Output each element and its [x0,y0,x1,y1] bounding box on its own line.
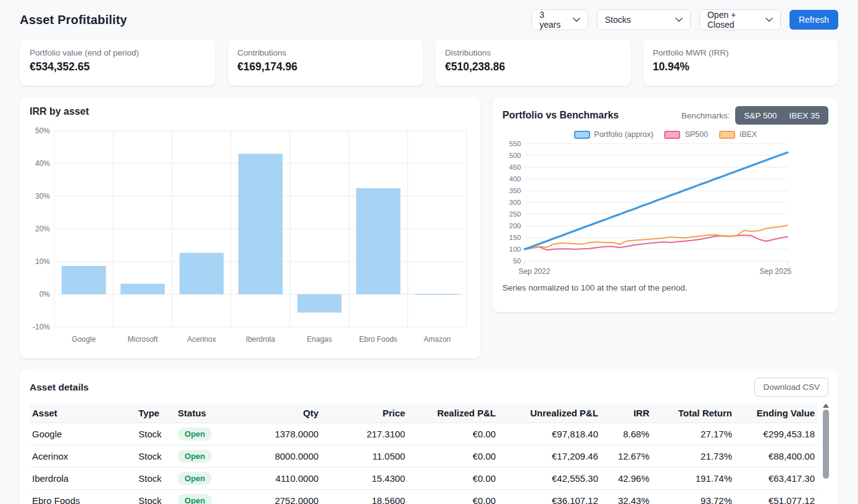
svg-text:Iberdrola: Iberdrola [246,335,275,344]
table-cell: 93.72% [652,490,735,504]
download-csv-button[interactable]: Download CSV [754,378,828,397]
bar-google [62,266,106,294]
svg-text:Sep 2025: Sep 2025 [760,267,792,276]
benchmarks-legend: Portfolio (approx) SP500 IBEX [502,130,828,139]
table-cell: €0.00 [407,468,498,490]
status-select-value: Open + Closed [707,10,759,30]
column-header-qty: Qty [235,403,321,423]
portfolio-vs-benchmarks-card: Portfolio vs Benchmarks Benchmarks: S&P … [493,97,838,312]
chevron-down-icon [573,17,580,22]
legend-label: IBEX [739,130,757,139]
column-header-unrealized-p-l: Unrealized P&L [498,403,601,423]
table-cell: Open [175,490,235,504]
svg-text:400: 400 [509,175,521,183]
status-select[interactable]: Open + Closed [699,9,781,30]
table-cell: €88,400.00 [735,445,817,468]
irr-chart-title: IRR by asset [30,106,470,117]
legend-label: Portfolio (approx) [594,130,654,139]
stat-value: €169,174.96 [238,60,414,73]
header-controls: 3 years Stocks Open + Closed Refresh [531,9,838,30]
svg-text:550: 550 [509,140,521,147]
stat-value: 10.94% [653,60,829,73]
period-select[interactable]: 3 years [531,9,588,30]
svg-text:Google: Google [72,335,96,344]
summary-card-mwr-irr: Portfolio MWR (IRR) 10.94% [643,39,839,86]
svg-text:Sep 2022: Sep 2022 [519,267,551,276]
irr-by-asset-card: IRR by asset 50%40%30%20%10%0%-10%Google… [20,97,480,358]
scrollbar-thumb[interactable] [823,410,829,479]
table-cell: 1378.0000 [235,423,321,445]
asset-details-table: AssetTypeStatusQtyPriceRealized P&LUnrea… [30,403,817,504]
table-cell: €299,453.18 [735,423,817,445]
chevron-down-icon [675,17,683,22]
benchmarks-chart-title: Portfolio vs Benchmarks [502,110,619,121]
summary-cards-row: Portfolio value (end of period) €534,352… [0,39,858,86]
svg-text:100: 100 [509,246,521,253]
asset-type-select[interactable]: Stocks [597,9,691,30]
legend-item-ibex: IBEX [719,130,757,139]
stat-value: €534,352.65 [30,60,206,73]
status-badge: Open [178,450,212,463]
bar-amazon [415,294,460,295]
svg-text:50%: 50% [35,126,50,135]
refresh-button[interactable]: Refresh [789,10,838,30]
table-cell: Stock [136,468,175,490]
svg-text:Amazon: Amazon [423,335,451,344]
legend-item-sp500: SP500 [664,130,708,139]
svg-text:300: 300 [509,199,521,206]
table-cell: 32.43% [601,490,652,504]
column-header-total-return: Total Return [652,403,735,423]
bar-microsoft [120,284,165,294]
status-badge: Open [178,428,212,440]
svg-text:-10%: -10% [33,323,50,331]
table-cell: €42,555.30 [498,468,601,490]
table-cell: Stock [136,423,175,445]
stat-label: Portfolio value (end of period) [30,48,206,57]
legend-swatch-sp500 [664,131,680,139]
table-cell: €97,818.40 [498,423,601,445]
legend-swatch-portfolio [574,131,590,139]
table-scrollbar[interactable] [822,403,830,479]
column-header-asset: Asset [30,403,136,423]
benchmarks-label: Benchmarks: [681,111,730,120]
table-cell: Open [175,468,235,490]
table-cell: 18.5600 [321,490,407,504]
svg-text:150: 150 [509,234,521,241]
summary-card-contributions: Contributions €169,174.96 [228,39,423,86]
table-cell: Open [175,445,235,468]
asset-details-card: Asset details Download CSV AssetTypeStat… [20,369,838,504]
table-cell: 217.3100 [321,423,407,445]
table-cell: €0.00 [407,490,498,504]
svg-text:500: 500 [509,152,521,159]
svg-text:Acerinox: Acerinox [187,335,216,344]
bar-iberdrola [238,154,283,294]
table-cell: €51,077.12 [735,490,817,504]
table-cell: €17,209.46 [498,445,601,468]
table-row: GoogleStockOpen1378.0000217.3100€0.00€97… [30,423,817,445]
table-cell: 42.96% [601,468,652,490]
column-header-realized-p-l: Realized P&L [407,403,498,423]
legend-label: SP500 [685,130,708,139]
table-row: Ebro FoodsStockOpen2752.000018.5600€0.00… [30,490,817,504]
column-header-irr: IRR [601,403,652,423]
legend-item-portfolio: Portfolio (approx) [574,130,654,139]
table-cell: 12.67% [601,445,652,468]
benchmark-toggle-ibex35[interactable]: IBEX 35 [783,106,826,125]
benchmarks-controls: Benchmarks: S&P 500 IBEX 35 [681,106,828,125]
scroll-up-arrow-icon[interactable] [823,403,829,408]
charts-row: IRR by asset 50%40%30%20%10%0%-10%Google… [0,97,858,358]
bar-ebro-foods [356,188,401,294]
stat-label: Contributions [238,48,414,57]
svg-text:0%: 0% [40,290,51,299]
table-row: IberdrolaStockOpen4110.000015.4300€0.00€… [30,468,817,490]
svg-text:50: 50 [513,257,521,265]
chevron-down-icon [765,17,773,22]
table-cell: Google [30,423,136,445]
table-cell: 2752.0000 [235,490,321,504]
table-cell: Acerinox [30,445,136,468]
column-header-type: Type [136,403,175,423]
table-cell: 8.68% [601,423,652,445]
table-cell: Open [175,423,235,445]
benchmark-toggle-sp500[interactable]: S&P 500 [738,106,783,125]
column-header-ending-value: Ending Value [735,403,817,423]
